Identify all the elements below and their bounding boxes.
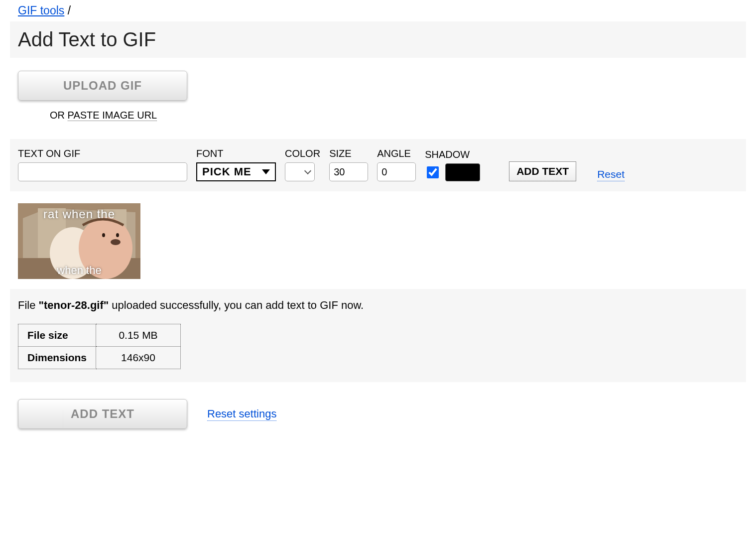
table-row: Dimensions 146x90 (18, 347, 181, 369)
dimensions-value: 146x90 (96, 347, 181, 369)
breadcrumb: GIF tools / (10, 0, 746, 19)
dimensions-label: Dimensions (18, 347, 96, 369)
upload-section: UPLOAD GIF OR PASTE IMAGE URL (10, 58, 746, 126)
upload-gif-button[interactable]: UPLOAD GIF (18, 71, 187, 101)
gif-preview: rat when the when the (18, 203, 140, 279)
file-size-label: File size (18, 324, 96, 347)
caret-down-icon (262, 169, 270, 174)
shadow-checkbox[interactable] (427, 166, 439, 178)
size-input[interactable] (329, 162, 368, 181)
file-info-table: File size 0.15 MB Dimensions 146x90 (18, 324, 181, 369)
gif-caption-bottom: when the (18, 264, 140, 277)
breadcrumb-sep: / (64, 4, 71, 17)
title-bar: Add Text to GIF (10, 21, 746, 58)
text-on-gif-input[interactable] (18, 162, 187, 181)
add-text-button[interactable]: ADD TEXT (509, 161, 576, 181)
paste-url-link[interactable]: PASTE IMAGE URL (68, 110, 157, 121)
preview-row: rat when the when the (10, 191, 746, 284)
add-text-button-bottom[interactable]: ADD TEXT (18, 399, 187, 429)
angle-label: ANGLE (377, 148, 416, 159)
color-label: COLOR (285, 148, 320, 159)
svg-point-7 (111, 239, 121, 245)
table-row: File size 0.15 MB (18, 324, 181, 347)
svg-point-9 (116, 233, 119, 237)
font-select-value: PICK ME (202, 165, 252, 178)
reset-link[interactable]: Reset (597, 168, 625, 181)
text-on-gif-label: TEXT ON GIF (18, 148, 187, 159)
status-prefix: File (18, 299, 39, 311)
shadow-label: SHADOW (425, 149, 480, 160)
upload-status-message: File "tenor-28.gif" uploaded successfull… (18, 299, 738, 312)
status-suffix: uploaded successfully, you can add text … (109, 299, 364, 311)
bottom-actions: ADD TEXT Reset settings (10, 382, 746, 429)
or-prefix: OR (50, 110, 68, 121)
size-label: SIZE (329, 148, 368, 159)
file-size-value: 0.15 MB (96, 324, 181, 347)
status-box: File "tenor-28.gif" uploaded successfull… (10, 289, 746, 382)
breadcrumb-link[interactable]: GIF tools (18, 4, 64, 17)
svg-point-8 (102, 233, 105, 237)
reset-settings-link[interactable]: Reset settings (207, 408, 276, 421)
font-select[interactable]: PICK ME (196, 162, 276, 181)
angle-input[interactable] (377, 162, 416, 181)
gif-caption-top: rat when the (18, 207, 140, 221)
color-select[interactable] (285, 162, 315, 181)
shadow-color-swatch[interactable] (445, 163, 480, 181)
chevron-down-icon (304, 167, 311, 174)
font-label: FONT (196, 148, 276, 159)
or-paste-row: OR PASTE IMAGE URL (18, 110, 738, 121)
page-title: Add Text to GIF (18, 28, 738, 51)
status-filename: "tenor-28.gif" (39, 299, 109, 311)
controls-bar: TEXT ON GIF FONT PICK ME COLOR SIZE ANGL… (10, 139, 746, 191)
